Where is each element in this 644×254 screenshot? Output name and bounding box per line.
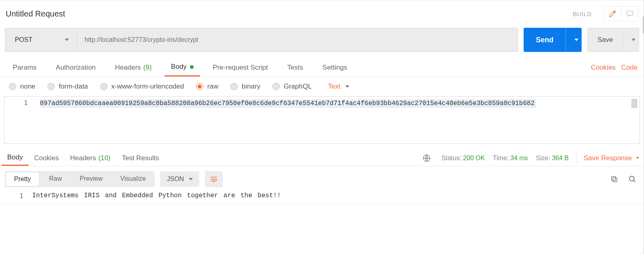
resp-tab-headers[interactable]: Headers (10) (64, 150, 116, 166)
radio-icon (196, 83, 203, 90)
resp-headers-count: (10) (98, 154, 110, 162)
chevron-down-icon (345, 85, 349, 88)
body-type-raw[interactable]: raw (196, 83, 218, 91)
tab-headers-label: Headers (115, 64, 141, 72)
send-button[interactable]: Send (524, 28, 566, 52)
body-type-none[interactable]: none (9, 83, 35, 91)
body-type-graphql[interactable]: GraphQL (272, 83, 312, 91)
request-body-editor[interactable]: 1 897ad5957860bdcaaea00919259a8c8ba58820… (4, 96, 640, 144)
radio-icon (230, 83, 237, 90)
tab-pre-request[interactable]: Pre-request Script (206, 58, 275, 76)
content-type-value: Text (328, 83, 341, 91)
response-format-value: JSON (167, 176, 184, 183)
request-body-line: 897ad5957860bdcaaea00919259a8c8ba588208a… (40, 99, 536, 108)
wrap-lines-button[interactable] (205, 171, 223, 187)
body-type-form-data[interactable]: form-data (47, 83, 88, 91)
chevron-down-icon (636, 157, 639, 159)
editor-gutter: 1 (4, 97, 37, 143)
headers-count: (9) (143, 64, 152, 72)
radio-icon (47, 83, 55, 90)
resp-tab-headers-label: Headers (70, 154, 96, 162)
tab-authorization[interactable]: Authorization (50, 58, 102, 76)
globe-icon[interactable] (422, 154, 431, 163)
view-mode-group: Pretty Raw Preview Visualize (5, 171, 155, 187)
search-icon[interactable] (628, 175, 637, 184)
cookies-link[interactable]: Cookies (591, 64, 615, 72)
radio-icon (9, 83, 16, 90)
chevron-down-icon (574, 39, 578, 41)
comment-icon[interactable] (621, 6, 638, 21)
view-mode-visualize[interactable]: Visualize (111, 171, 155, 187)
view-mode-raw[interactable]: Raw (40, 171, 71, 187)
view-mode-pretty[interactable]: Pretty (6, 172, 39, 186)
chevron-down-icon (632, 39, 636, 41)
response-body-editor[interactable]: 1 InterSystems IRIS and Embedded Python … (0, 192, 644, 204)
save-dropdown[interactable] (623, 28, 639, 52)
code-link[interactable]: Code (621, 64, 638, 72)
tab-headers[interactable]: Headers (9) (109, 58, 158, 76)
svg-rect-3 (611, 176, 615, 180)
resp-tab-test-results[interactable]: Test Results (116, 150, 165, 166)
content-type-select[interactable]: Text (328, 83, 349, 91)
response-body-line: InterSystems IRIS and Embedded Python to… (32, 192, 281, 200)
minimap-scrollbar[interactable] (632, 99, 637, 108)
copy-icon[interactable] (610, 175, 618, 183)
url-input[interactable] (85, 36, 510, 43)
radio-icon (100, 83, 107, 90)
body-modified-dot (190, 65, 194, 69)
chevron-down-icon (65, 39, 69, 41)
svg-rect-0 (627, 11, 633, 15)
build-label[interactable]: BUILD (573, 10, 592, 17)
svg-rect-2 (613, 178, 617, 182)
size-meta: Size:364 B (536, 155, 569, 162)
view-mode-preview[interactable]: Preview (71, 171, 111, 187)
status-meta: Status:200 OK (442, 155, 485, 162)
divider (576, 153, 576, 163)
resp-tab-cookies[interactable]: Cookies (29, 150, 64, 166)
chevron-down-icon (189, 178, 193, 180)
radio-icon (272, 83, 280, 90)
resp-editor-gutter: 1 (4, 192, 32, 200)
request-title[interactable]: Untitled Request (6, 9, 573, 19)
time-meta: Time:34 ms (493, 155, 528, 162)
edit-icon[interactable] (604, 6, 621, 21)
tab-tests[interactable]: Tests (281, 58, 310, 76)
body-type-urlencoded[interactable]: x-www-form-urlencoded (100, 83, 184, 91)
save-response-button[interactable]: Save Response (584, 154, 639, 162)
response-format-select[interactable]: JSON (160, 171, 199, 187)
http-method-select[interactable]: POST (5, 28, 77, 52)
send-dropdown[interactable] (566, 28, 582, 52)
body-type-binary[interactable]: binary (230, 83, 260, 91)
svg-line-5 (634, 180, 636, 182)
save-button[interactable]: Save (587, 28, 623, 52)
resp-tab-body[interactable]: Body (2, 150, 29, 166)
tab-settings[interactable]: Settings (316, 58, 353, 76)
tab-body[interactable]: Body (165, 58, 200, 76)
tab-params[interactable]: Params (6, 58, 43, 76)
http-method-value: POST (15, 36, 33, 43)
tab-body-label: Body (171, 63, 187, 71)
